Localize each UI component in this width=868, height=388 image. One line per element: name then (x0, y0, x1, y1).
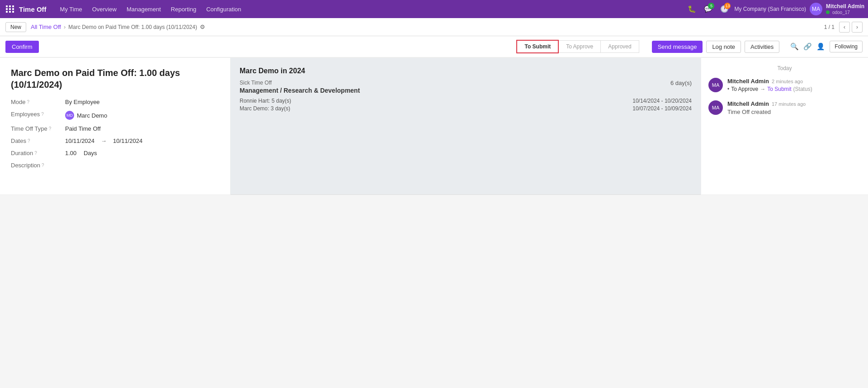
desc-help-icon[interactable]: ? (42, 163, 44, 168)
form-row-employees: Employees ? MD Marc Demo (11, 111, 219, 120)
status-new: To Submit (767, 85, 791, 93)
chat-status-change: • To Approve → To Submit (Status) (727, 85, 861, 93)
status-to-submit[interactable]: To Submit (516, 40, 559, 53)
mode-value: By Employee (65, 99, 100, 105)
nav-arrows: 1 / 1 ‹ › (824, 22, 863, 33)
description-label: Description ? (11, 162, 65, 169)
confirm-button[interactable]: Confirm (5, 41, 39, 53)
chat-time-1: 17 minutes ago (772, 101, 806, 107)
next-record-button[interactable]: › (852, 22, 863, 33)
search-icon[interactable]: 🔍 (790, 43, 799, 51)
time-off-type-value[interactable]: Paid Time Off (65, 125, 101, 132)
chat-icon[interactable]: 💬 5 (702, 3, 714, 15)
status-to-approve[interactable]: To Approve (558, 40, 601, 53)
following-button[interactable]: Following (830, 41, 863, 52)
form-row-mode: Mode ? By Employee (11, 99, 219, 105)
breadcrumb-parent[interactable]: All Time Off (31, 24, 61, 30)
status-old: To Approve (731, 85, 758, 93)
employees-label: Employees ? (11, 111, 65, 118)
username: Mitchell Admin (826, 3, 864, 9)
nav-reporting[interactable]: Reporting (166, 4, 201, 14)
duration-help-icon[interactable]: ? (34, 151, 37, 156)
duration-unit: Days (84, 150, 97, 156)
chat-panel: Today MA Mitchell Admin 2 minutes ago • … (701, 58, 868, 195)
nav-configuration[interactable]: Configuration (202, 4, 245, 14)
dates-value: 10/11/2024 → 10/11/2024 (65, 137, 142, 144)
time-off-type-label: Time Off Type ? (11, 125, 65, 132)
topbar-right: 🐛 💬 5 🕐 13 My Company (San Francisco) MA… (685, 3, 864, 15)
dates-arrow-icon: → (101, 137, 107, 144)
form-row-duration: Duration ? 1.00 Days (11, 150, 219, 156)
chat-text-1: Time Off created (727, 108, 861, 116)
duration-value: 1.00 Days (65, 150, 97, 156)
mode-label: Mode ? (11, 99, 65, 105)
breadcrumb-separator: › (64, 24, 66, 30)
chat-today-label: Today (708, 65, 861, 71)
chat-body-0: Mitchell Admin 2 minutes ago • To Approv… (727, 78, 861, 93)
info-entry-dates-1: 10/07/2024 - 10/09/2024 (632, 105, 692, 112)
mode-help-icon[interactable]: ? (27, 99, 30, 104)
nav-overview[interactable]: Overview (88, 4, 121, 14)
employees-help-icon[interactable]: ? (41, 112, 44, 117)
dates-label: Dates ? (11, 137, 65, 144)
chat-author-0: Mitchell Admin (727, 78, 769, 85)
nav-my-time[interactable]: My Time (56, 4, 87, 14)
info-row-1: Marc Demo: 3 day(s) 10/07/2024 - 10/09/2… (240, 105, 692, 112)
user-status-dot (826, 10, 830, 14)
chat-avatar-0: MA (708, 78, 723, 92)
prev-record-button[interactable]: ‹ (839, 22, 850, 33)
top-navigation: Time Off My Time Overview Management Rep… (0, 0, 868, 18)
type-help-icon[interactable]: ? (49, 126, 52, 131)
chat-body-1: Mitchell Admin 17 minutes ago Time Off c… (727, 100, 861, 116)
form-row-dates: Dates ? 10/11/2024 → 10/11/2024 (11, 137, 219, 144)
info-entry-dates-0: 10/14/2024 - 10/20/2024 (632, 98, 692, 104)
info-title: Marc Demo in 2024 (240, 67, 692, 75)
activities-button[interactable]: Activities (745, 41, 779, 53)
date-from[interactable]: 10/11/2024 (65, 137, 94, 144)
status-bar: To Submit To Approve Approved (516, 40, 639, 53)
user-avatar[interactable]: MA (810, 3, 822, 15)
new-button[interactable]: New (5, 22, 26, 32)
info-row-0: Ronnie Hart: 5 day(s) 10/14/2024 - 10/20… (240, 98, 692, 104)
message-buttons: Send message Log note Activities (652, 41, 780, 53)
form-row-description: Description ? (11, 162, 219, 180)
send-message-button[interactable]: Send message (652, 41, 703, 53)
info-panel: Marc Demo in 2024 6 day(s) Sick Time Off… (231, 58, 701, 195)
chat-author-1: Mitchell Admin (727, 100, 769, 107)
chat-avatar-1: MA (708, 100, 723, 115)
chat-message-1: MA Mitchell Admin 17 minutes ago Time Of… (708, 100, 861, 116)
date-to[interactable]: 10/11/2024 (113, 137, 142, 144)
main-nav: My Time Overview Management Reporting Co… (56, 4, 686, 14)
attachment-icon[interactable]: 🔗 (803, 43, 812, 51)
apps-menu-icon[interactable] (4, 3, 16, 15)
bug-icon[interactable]: 🐛 (685, 3, 698, 15)
chat-header-1: Mitchell Admin 17 minutes ago (727, 100, 861, 107)
info-entry-name-0: Ronnie Hart: 5 day(s) (240, 98, 291, 104)
chat-header-0: Mitchell Admin 2 minutes ago (727, 78, 861, 85)
employee-avatar: MD (65, 111, 74, 120)
user-login: odoo_17 (826, 10, 864, 15)
nav-management[interactable]: Management (122, 4, 165, 14)
nav-count: 1 / 1 (824, 24, 835, 30)
activity-icon[interactable]: 🕐 13 (718, 3, 731, 15)
bullet-icon: • (727, 85, 729, 93)
action-right-icons: 🔍 🔗 👤 Following (790, 41, 863, 52)
follower-icon[interactable]: 👤 (816, 43, 825, 51)
action-bar: Confirm To Submit To Approve Approved Se… (0, 36, 868, 57)
info-section: 6 day(s) Sick Time Off Management / Rese… (240, 80, 692, 113)
employee-name[interactable]: Marc Demo (77, 112, 107, 119)
status-approved[interactable]: Approved (600, 40, 639, 53)
info-dept-label: Management / Research & Development (240, 87, 692, 94)
status-field-label: (Status) (793, 85, 812, 93)
log-note-button[interactable]: Log note (706, 41, 741, 53)
breadcrumb-bar: New All Time Off › Marc Demo on Paid Tim… (0, 18, 868, 36)
chat-time-0: 2 minutes ago (772, 79, 803, 84)
settings-gear-icon[interactable]: ⚙ (200, 24, 205, 30)
chat-badge: 5 (708, 3, 714, 9)
content-area: Marc Demo on Paid Time Off: 1.00 days (1… (0, 57, 868, 195)
employees-value: MD Marc Demo (65, 111, 107, 120)
info-days-badge: 6 day(s) (670, 80, 692, 86)
form-row-time-off-type: Time Off Type ? Paid Time Off (11, 125, 219, 132)
dates-help-icon[interactable]: ? (28, 138, 30, 143)
user-info[interactable]: Mitchell Admin odoo_17 (826, 3, 864, 14)
